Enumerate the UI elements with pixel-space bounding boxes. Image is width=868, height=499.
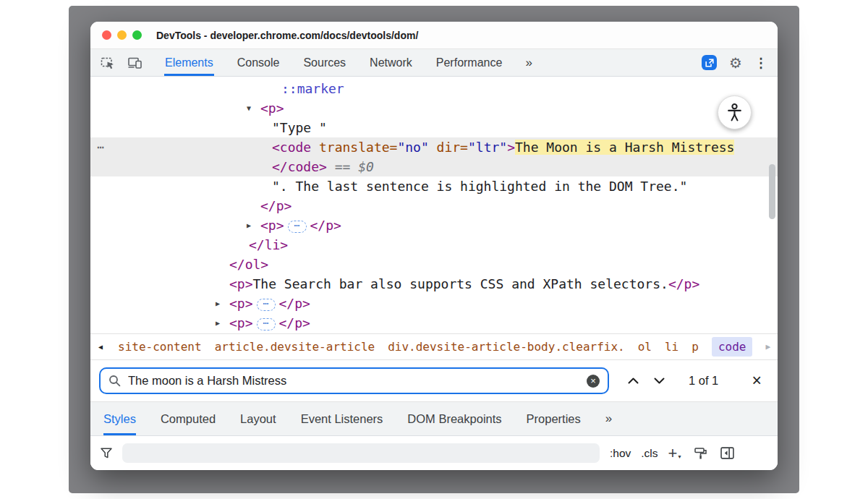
window-titlebar: DevTools - developer.chrome.com/docs/dev… [90, 22, 778, 49]
dom-tree-line[interactable]: </code> == $0 [90, 157, 778, 176]
dom-token-text: ". The last sentence is highlighted in t… [272, 179, 687, 194]
dom-tree-line[interactable]: "Type " [90, 118, 778, 137]
tab-computed[interactable]: Computed [161, 402, 216, 435]
tab-styles[interactable]: Styles [103, 402, 136, 435]
styles-filter-toolbar: :hov .cls + ▾ [90, 436, 778, 470]
vertical-scrollbar[interactable] [769, 81, 775, 329]
previous-result-icon[interactable] [622, 370, 644, 392]
paint-roller-icon[interactable] [694, 447, 707, 460]
dom-tree-line[interactable]: </li> [90, 235, 778, 255]
breadcrumb-item-site-content[interactable]: site-content [118, 340, 202, 354]
devtools-window: DevTools - developer.chrome.com/docs/dev… [90, 22, 778, 470]
breadcrumb-scroll-right-icon[interactable]: ▶ [765, 342, 773, 351]
dom-node-text: <p>⋯</p> [90, 294, 778, 313]
dom-token-tag: <p> [260, 218, 284, 233]
dom-tree: ::marker▼<p>"Type "⋯<code translate="no"… [90, 79, 778, 333]
element-classes-button[interactable]: .cls [641, 447, 658, 460]
dom-node-text: "Type " [90, 118, 778, 137]
dom-token-text: The Search bar also supports CSS and XPa… [253, 276, 668, 291]
sidebar-toggle-icon[interactable] [720, 447, 734, 459]
dom-token-tag: </li> [249, 237, 288, 252]
breadcrumb-item-ol[interactable]: ol [638, 340, 652, 354]
dom-token-tag: <p> [229, 315, 253, 330]
dom-node-text: ". The last sentence is highlighted in t… [90, 176, 778, 196]
dom-tree-line[interactable]: <p>The Search bar also supports CSS and … [90, 274, 778, 294]
more-actions-icon[interactable]: ⋯ [97, 137, 105, 157]
window-title: DevTools - developer.chrome.com/docs/dev… [156, 30, 418, 41]
collapsed-children-icon[interactable]: ⋯ [288, 221, 307, 233]
toolbar-left-icons [101, 49, 142, 76]
tab-elements[interactable]: Elements [164, 49, 214, 76]
dom-token-tag: <p> [260, 101, 284, 116]
dom-tree-line[interactable]: ⋯<code translate="no" dir="ltr">The Moon… [90, 137, 778, 157]
clear-search-icon[interactable]: × [587, 375, 600, 388]
dom-token-meta: == $0 [327, 159, 374, 174]
collapsed-children-icon[interactable]: ⋯ [257, 318, 276, 330]
dom-tree-line[interactable]: ". The last sentence is highlighted in t… [90, 176, 778, 196]
tab-sources[interactable]: Sources [302, 49, 346, 76]
tab-properties[interactable]: Properties [527, 402, 581, 435]
dom-token-tag: </code> [272, 159, 327, 174]
dom-token-tag: <p> [229, 276, 253, 291]
dom-token-tag: </p> [668, 276, 699, 291]
dom-tree-line[interactable]: ::marker [90, 79, 778, 98]
minimize-window-button[interactable] [117, 30, 127, 40]
device-toolbar-icon[interactable] [127, 56, 142, 70]
plus-icon: + [668, 445, 678, 461]
toolbar-right-icons: ⚙ ⋮ [702, 49, 767, 76]
expand-arrow-icon[interactable]: ▶ [247, 216, 251, 235]
breadcrumb-scroll-left-icon[interactable]: ◀ [96, 343, 105, 351]
dom-tree-line[interactable]: ▶<p>⋯</p> [90, 294, 778, 313]
dom-tree-line[interactable]: </ol> [90, 255, 778, 274]
dom-token-attr: translate= [311, 140, 397, 155]
dom-token-tag: </p> [279, 315, 310, 330]
collapsed-children-icon[interactable]: ⋯ [257, 299, 276, 311]
styles-filter-input[interactable] [122, 443, 600, 463]
close-search-icon[interactable]: × [752, 372, 762, 389]
close-window-button[interactable] [102, 30, 111, 40]
breadcrumb-item-article[interactable]: article.devsite-article [215, 340, 375, 354]
dom-tree-line[interactable]: ▶<p>⋯</p> [90, 313, 778, 333]
accessibility-person-icon[interactable] [718, 95, 752, 129]
toggle-element-state-button[interactable]: :hov [610, 447, 631, 460]
kebab-menu-icon[interactable]: ⋮ [754, 56, 767, 69]
next-result-icon[interactable] [648, 370, 670, 392]
breadcrumb-bar: ◀ site-content article.devsite-article d… [90, 333, 778, 360]
tab-layout[interactable]: Layout [240, 402, 276, 435]
tab-console[interactable]: Console [237, 49, 281, 76]
search-result-count: 1 of 1 [689, 374, 718, 388]
dom-token-attr: dir= [429, 140, 468, 155]
breadcrumb-item-code[interactable]: code [712, 337, 753, 357]
dom-tree-line[interactable]: ▶<p>⋯</p> [90, 216, 778, 235]
tab-performance[interactable]: Performance [435, 49, 503, 76]
tab-network[interactable]: Network [369, 49, 413, 76]
search-input[interactable] [128, 374, 579, 388]
dom-node-text: </code> == $0 [90, 157, 778, 176]
expand-arrow-icon[interactable]: ▶ [216, 294, 220, 313]
tab-dom-breakpoints[interactable]: DOM Breakpoints [407, 402, 501, 435]
breadcrumb-item-div[interactable]: div.devsite-article-body.clearfix. [388, 340, 625, 354]
open-in-new-icon[interactable] [702, 55, 717, 70]
dom-token-tag: <code [272, 140, 311, 155]
more-sidebar-tabs-icon[interactable]: » [605, 402, 612, 435]
search-box[interactable]: × [99, 367, 609, 394]
dom-token-tag: </p> [260, 198, 292, 213]
dom-token-pseudo: ::marker [281, 81, 344, 96]
sidebar-tabs: Styles Computed Layout Event Listeners D… [90, 401, 778, 436]
settings-gear-icon[interactable]: ⚙ [729, 56, 742, 70]
new-style-rule-button[interactable]: + ▾ [668, 445, 681, 461]
zoom-window-button[interactable] [132, 30, 142, 40]
tab-event-listeners[interactable]: Event Listeners [301, 402, 383, 435]
scrollbar-thumb[interactable] [769, 164, 775, 219]
expand-arrow-icon[interactable]: ▶ [216, 313, 220, 333]
collapse-arrow-icon[interactable]: ▼ [247, 98, 251, 118]
breadcrumb-item-p[interactable]: p [692, 340, 699, 354]
dom-node-text: </ol> [90, 255, 778, 274]
dom-tree-line[interactable]: ▼<p> [90, 98, 778, 118]
gray-backdrop: DevTools - developer.chrome.com/docs/dev… [69, 6, 799, 493]
inspect-element-icon[interactable] [101, 56, 115, 70]
dom-token-text: "Type " [272, 120, 327, 135]
breadcrumb-item-li[interactable]: li [665, 340, 678, 354]
more-tabs-icon[interactable]: » [525, 49, 532, 76]
dom-tree-line[interactable]: </p> [90, 196, 778, 216]
